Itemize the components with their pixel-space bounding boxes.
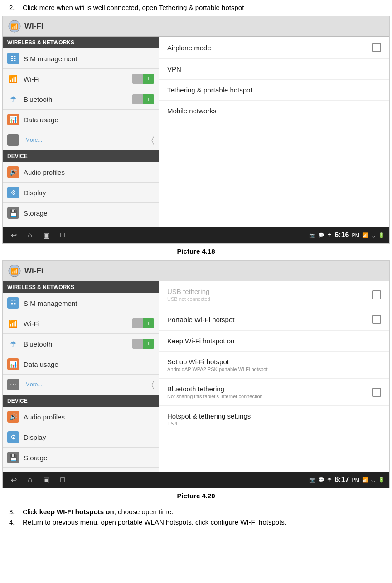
wifi-toggle-on-2: I (143, 318, 154, 328)
status-time-2: 6:17 (334, 476, 349, 484)
right-panel-1: Airplane mode VPN Tethering & portable h… (159, 37, 389, 227)
wifi-app-icon-2: 📶 (8, 265, 21, 277)
screen-body-2: WIRELESS & NETWORKS ☷ SIM management 📶 W… (3, 281, 389, 472)
status-left-1: ↩ ⌂ ▣ □ (7, 229, 69, 241)
battery-status-1: 🔋 (378, 232, 385, 238)
sidebar-item-bt-2[interactable]: ☂ Bluetooth I (3, 334, 159, 354)
menu-airplane-text-1: Airplane mode (167, 44, 372, 52)
menu-tethering-1[interactable]: Tethering & portable hotspot (159, 80, 389, 101)
section-device-1: DEVICE (3, 150, 159, 162)
sidebar-item-data-1[interactable]: 📊 Data usage (3, 110, 159, 130)
sidebar-item-sim-1[interactable]: ☷ SIM management (3, 48, 159, 69)
wifi-header-2: 📶 Wi-Fi (3, 261, 389, 281)
sidebar-item-data-2[interactable]: 📊 Data usage (3, 354, 159, 375)
sidebar-item-audio-2[interactable]: 🔊 Audio profiles (3, 407, 159, 427)
sim-icon-1: ☷ (7, 53, 19, 64)
usb-checkbox-2[interactable] (372, 290, 381, 299)
portable-checkbox-2[interactable] (372, 315, 381, 324)
sidebar-item-storage-1[interactable]: 💾 Storage (3, 203, 159, 223)
sidebar-item-more-2[interactable]: ⋯ More... 〈 (3, 375, 159, 395)
signal-bars-1: ◡ (371, 232, 376, 238)
sidebar-item-more-1[interactable]: ⋯ More... 〈 (3, 130, 159, 150)
right-panel-2: USB tethering USB not connected Portable… (159, 281, 389, 472)
audio-icon-2: 🔊 (7, 411, 19, 423)
instruction-top: 2. Click more when wifi is well connecte… (0, 0, 392, 16)
caption-2: Picture 4.20 (0, 488, 392, 505)
bt-toggle-on-1: I (143, 94, 154, 104)
portable-title-2: Portable Wi-Fi hotspot (167, 316, 372, 323)
screenshot-button-2[interactable]: □ (56, 473, 69, 486)
menu-mobile-1[interactable]: Mobile networks (159, 101, 389, 121)
recents-button-2[interactable]: ▣ (40, 473, 53, 486)
instruction-text: Click more when wifi is well connected, … (23, 4, 244, 11)
menu-hotspot-settings-2[interactable]: Hotspot & tethering settings IPv4 (159, 406, 389, 433)
menu-setupwifi-2[interactable]: Set up Wi-Fi hotspot AndroidAP WPA2 PSK … (159, 352, 389, 379)
bt-label-2: Bluetooth (24, 340, 132, 348)
sidebar-item-display-2[interactable]: ⚙ Display (3, 427, 159, 448)
storage-icon-1: 💾 (7, 207, 19, 219)
section-wireless-1: WIRELESS & NETWORKS (3, 37, 159, 48)
menu-portable-text-2: Portable Wi-Fi hotspot (167, 316, 372, 323)
wifi-icon-2: 📶 (7, 318, 19, 329)
sidebar-item-wifi-1[interactable]: 📶 Wi-Fi I (3, 69, 159, 89)
storage-icon-2: 💾 (7, 452, 19, 463)
sidebar-item-battery-1[interactable]: 🔋 Battery (3, 223, 159, 227)
svg-text:📶: 📶 (11, 23, 19, 30)
inst-bold-3: keep WI-FI hotspots on (39, 508, 114, 516)
bttethering-checkbox-2[interactable] (372, 388, 381, 397)
more-arrow-2: 〈 (151, 380, 154, 390)
more-icon-2: ⋯ (7, 379, 19, 390)
bluetooth-icon-2: ☂ (7, 338, 19, 350)
instruction-4: 4. Return to previous menu, open portabl… (9, 518, 383, 526)
menu-vpn-1[interactable]: VPN (159, 59, 389, 80)
screen-body-1: WIRELESS & NETWORKS ☷ SIM management 📶 W… (3, 37, 389, 227)
audio-label-1: Audio profiles (24, 169, 154, 176)
bttethering-title-2: Bluetooth tethering (167, 385, 372, 393)
wifi-signal-icon-2: 📶 (362, 477, 368, 483)
status-right-1: 📷 💬 ☂ 6:16 PM 📶 ◡ 🔋 (309, 231, 385, 239)
screenshot-2: 📶 Wi-Fi WIRELESS & NETWORKS ☷ SIM manage… (2, 260, 390, 488)
bttethering-sub-2: Not sharing this tablet's Internet conne… (167, 394, 372, 399)
bt-toggle-1[interactable]: I (132, 94, 154, 104)
back-button-1[interactable]: ↩ (7, 229, 20, 241)
menu-setupwifi-text-2: Set up Wi-Fi hotspot AndroidAP WPA2 PSK … (167, 358, 381, 372)
screenshot-button-1[interactable]: □ (56, 229, 69, 241)
bt-status-icon-1: ☂ (327, 232, 332, 238)
menu-keepwifi-2[interactable]: Keep Wi-Fi hotspot on (159, 331, 389, 352)
recents-button-1[interactable]: ▣ (40, 229, 53, 241)
setupwifi-title-2: Set up Wi-Fi hotspot (167, 358, 381, 366)
wifi-toggle-2[interactable]: I (132, 318, 154, 328)
sidebar-item-battery-2[interactable]: 🔋 Battery (3, 468, 159, 472)
back-button-2[interactable]: ↩ (7, 473, 20, 486)
wifi-header-title-1: Wi-Fi (24, 22, 43, 31)
home-button-2[interactable]: ⌂ (24, 473, 36, 486)
bottom-instructions: 3. Click keep WI-FI hotspots on, choose … (0, 505, 392, 533)
home-button-1[interactable]: ⌂ (24, 229, 36, 241)
display-icon-2: ⚙ (7, 431, 19, 443)
notification-icon-1: 📷 (309, 232, 315, 238)
sidebar-item-display-1[interactable]: ⚙ Display (3, 183, 159, 203)
section-device-2: DEVICE (3, 395, 159, 407)
menu-bttethering-text-2: Bluetooth tethering Not sharing this tab… (167, 385, 372, 399)
inst-text-4: Return to previous menu, open portable W… (23, 518, 286, 526)
status-left-2: ↩ ⌂ ▣ □ (7, 473, 69, 486)
menu-bttethering-2[interactable]: Bluetooth tethering Not sharing this tab… (159, 379, 389, 406)
wifi-toggle-1[interactable]: I (132, 74, 154, 84)
caption-1: Picture 4.18 (0, 244, 392, 260)
more-icon-1: ⋯ (7, 134, 19, 146)
bt-status-icon-2: ☂ (327, 477, 332, 483)
sidebar-item-wifi-2[interactable]: 📶 Wi-Fi I (3, 313, 159, 334)
sidebar-item-sim-2[interactable]: ☷ SIM management (3, 293, 159, 313)
sidebar-item-storage-2[interactable]: 💾 Storage (3, 448, 159, 468)
display-label-2: Display (24, 434, 154, 441)
menu-usb-2[interactable]: USB tethering USB not connected (159, 281, 389, 308)
bt-toggle-2[interactable]: I (132, 339, 154, 349)
menu-airplane-1[interactable]: Airplane mode (159, 37, 389, 59)
sidebar-item-audio-1[interactable]: 🔊 Audio profiles (3, 162, 159, 183)
menu-portable-2[interactable]: Portable Wi-Fi hotspot (159, 308, 389, 331)
signal-bars-2: ◡ (371, 477, 376, 483)
sidebar-item-bt-1[interactable]: ☂ Bluetooth I (3, 89, 159, 110)
menu-vpn-text-1: VPN (167, 65, 381, 73)
airplane-checkbox-1[interactable] (372, 43, 381, 52)
instruction-3: 3. Click keep WI-FI hotspots on, choose … (9, 508, 383, 516)
